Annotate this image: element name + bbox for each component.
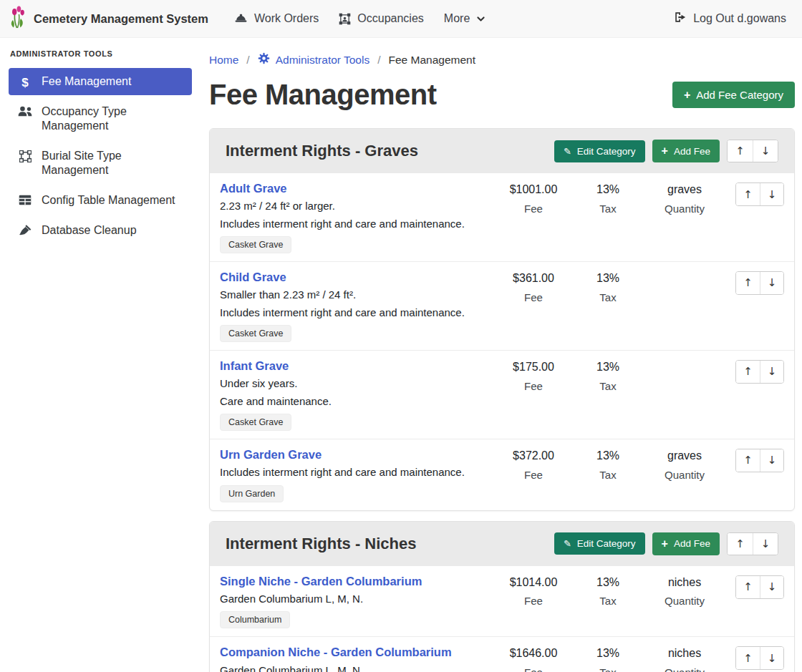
tax-label: Tax — [574, 203, 642, 215]
fee-badge: Casket Grave — [220, 236, 291, 253]
sidebar-item-occupancy-type[interactable]: Occupancy Type Management — [9, 98, 192, 140]
fee-amount-label: Fee — [493, 666, 574, 672]
breadcrumb-separator: / — [377, 54, 380, 67]
sidebar-item-label: Burial Site Type Management — [42, 149, 183, 177]
breadcrumb-home[interactable]: Home — [209, 54, 238, 67]
fee-name-link[interactable]: Single Niche - Garden Columbarium — [220, 574, 488, 589]
fee-amount-label: Fee — [493, 595, 574, 607]
fee-row: Infant Grave Under six years.Care and ma… — [210, 350, 794, 439]
sidebar: ADMINISTRATOR TOOLS $ Fee Management Occ… — [0, 38, 200, 247]
fee-amount-col: $1646.00 Fee — [493, 645, 574, 672]
fee-description: Garden Columbarium L, M, N, — [220, 663, 488, 672]
move-fee-down-button[interactable]: ↓ — [760, 361, 783, 383]
fee-amount-col: $1001.00 Fee — [493, 181, 574, 215]
tax-value: 13% — [574, 449, 642, 464]
move-fee-up-button[interactable]: ↑ — [736, 647, 760, 669]
sidebar-heading: ADMINISTRATOR TOOLS — [10, 49, 190, 58]
chevron-down-icon — [476, 14, 485, 24]
fee-name-link[interactable]: Child Grave — [220, 270, 488, 285]
tax-value: 13% — [574, 575, 642, 590]
vector-square-icon — [17, 150, 33, 162]
add-fee-button[interactable]: + Add Fee — [652, 140, 720, 162]
quantity-label: Quantity — [642, 203, 727, 215]
breadcrumb: Home / Administrator Tool — [209, 52, 795, 67]
sign-out-icon — [674, 11, 687, 26]
tax-label: Tax — [574, 595, 642, 607]
edit-category-button[interactable]: ✎ Edit Category — [554, 532, 645, 555]
move-fee-up-button[interactable]: ↑ — [736, 183, 760, 205]
fee-row: Single Niche - Garden Columbarium Garden… — [210, 566, 794, 637]
sidebar-item-fee-management[interactable]: $ Fee Management — [9, 68, 192, 95]
fee-reorder-group: ↑ ↓ — [735, 646, 784, 670]
fee-amount-label: Fee — [493, 291, 574, 303]
breadcrumb-admin-tools[interactable]: Administrator Tools — [258, 52, 370, 67]
quantity-value: graves — [642, 449, 727, 464]
dollar-icon: $ — [17, 76, 33, 89]
fee-name-link[interactable]: Companion Niche - Garden Columbarium — [220, 645, 488, 660]
add-fee-category-button[interactable]: + Add Fee Category — [672, 82, 795, 108]
nav-more[interactable]: More — [434, 6, 496, 31]
move-fee-down-button[interactable]: ↓ — [760, 272, 783, 294]
fee-amount-label: Fee — [493, 380, 574, 392]
move-fee-down-button[interactable]: ↓ — [760, 576, 783, 598]
plus-icon: + — [684, 89, 690, 101]
gear-icon — [258, 52, 270, 67]
fee-descriptions: Under six years.Care and maintenance. — [220, 376, 488, 409]
tulip-logo-icon — [9, 6, 27, 31]
fee-main: Urn Garden Grave Includes interment righ… — [220, 447, 493, 502]
edit-category-label: Edit Category — [577, 146, 636, 157]
fee-description: Includes interment right and care and ma… — [220, 465, 488, 479]
top-navbar: Cemetery Management System Work Orders — [0, 0, 802, 38]
move-category-down-button[interactable]: ↓ — [753, 140, 778, 162]
fee-main: Single Niche - Garden Columbarium Garden… — [220, 574, 493, 629]
fee-name-link[interactable]: Urn Garden Grave — [220, 447, 488, 462]
move-fee-up-button[interactable]: ↑ — [736, 272, 760, 294]
move-fee-down-button[interactable]: ↓ — [760, 449, 783, 472]
sidebar-item-database-cleanup[interactable]: Database Cleanup — [9, 217, 192, 244]
nav-work-orders[interactable]: Work Orders — [224, 6, 329, 31]
move-fee-up-button[interactable]: ↑ — [736, 361, 760, 383]
app-brand[interactable]: Cemetery Management System — [9, 6, 208, 31]
move-category-up-button[interactable]: ↑ — [728, 140, 753, 162]
fee-tax-col: 13% Tax — [574, 574, 642, 608]
person-frame-icon — [339, 13, 351, 25]
add-fee-button[interactable]: + Add Fee — [652, 532, 720, 555]
fee-descriptions: Garden Columbarium L, M, N, — [220, 663, 488, 672]
category-reorder-group: ↑ ↓ — [727, 140, 778, 162]
fee-reorder-group: ↑ ↓ — [735, 575, 784, 599]
fee-descriptions: Garden Columbarium L, M, N. — [220, 592, 488, 606]
move-category-up-button[interactable]: ↑ — [728, 533, 753, 555]
move-fee-up-button[interactable]: ↑ — [736, 576, 760, 598]
breadcrumb-separator: / — [246, 54, 249, 67]
logout-label: Log Out d.gowans — [693, 12, 786, 25]
fee-description: Includes interment right and care and ma… — [220, 306, 488, 320]
fee-reorder-group: ↑ ↓ — [735, 271, 784, 295]
fee-amount: $372.00 — [493, 449, 574, 464]
move-fee-up-button[interactable]: ↑ — [736, 449, 760, 472]
fee-amount-col: $1014.00 Fee — [493, 574, 574, 608]
fee-amount-label: Fee — [493, 469, 574, 481]
move-fee-down-button[interactable]: ↓ — [760, 647, 783, 669]
fee-amount-col: $361.00 Fee — [493, 270, 574, 303]
fee-row: Adult Grave 2.23 m² / 24 ft² or larger.I… — [210, 173, 794, 261]
logout-button[interactable]: Log Out d.gowans — [670, 6, 791, 31]
edit-category-button[interactable]: ✎ Edit Category — [554, 140, 645, 162]
nav-occupancies[interactable]: Occupancies — [329, 6, 434, 31]
fee-name-link[interactable]: Adult Grave — [220, 181, 488, 196]
app-title: Cemetery Management System — [34, 12, 208, 26]
fee-amount: $361.00 — [493, 271, 574, 286]
move-fee-down-button[interactable]: ↓ — [760, 183, 783, 205]
tax-label: Tax — [574, 380, 642, 392]
nav-occupancies-label: Occupancies — [357, 12, 424, 25]
fee-main: Child Grave Smaller than 2.23 m² / 24 ft… — [220, 270, 493, 342]
table-icon — [17, 195, 33, 205]
sidebar-item-burial-site-type[interactable]: Burial Site Type Management — [9, 142, 192, 184]
sidebar-item-config-table[interactable]: Config Table Management — [9, 187, 192, 214]
fee-name-link[interactable]: Infant Grave — [220, 359, 488, 374]
breadcrumb-admin-tools-label: Administrator Tools — [276, 54, 370, 67]
fee-badge: Casket Grave — [220, 325, 291, 342]
pencil-icon: ✎ — [564, 147, 571, 156]
fee-rows: Single Niche - Garden Columbarium Garden… — [210, 566, 794, 672]
main-content: Home / Administrator Tool — [200, 38, 802, 672]
move-category-down-button[interactable]: ↓ — [753, 533, 778, 555]
